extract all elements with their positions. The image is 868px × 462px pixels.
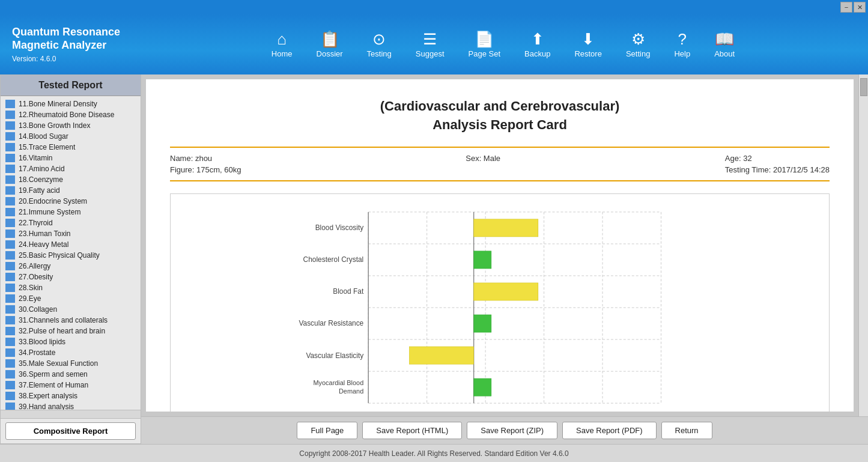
sidebar-item[interactable]: 37.Element of Human [1,380,141,391]
sidebar-item[interactable]: 14.Blood Sugar [1,131,141,142]
sidebar-item[interactable]: 28.Skin [1,282,141,293]
sidebar-item[interactable]: 38.Expert analysis [1,391,141,401]
sidebar-item[interactable]: 15.Trace Element [1,142,141,153]
right-scrollbar[interactable] [858,74,868,416]
sidebar-item[interactable]: 23.Human Toxin [1,228,141,239]
close-button[interactable]: ✕ [854,2,866,13]
patient-sex: Sex: Male [466,154,500,163]
sidebar-hscroll[interactable] [1,410,141,418]
app-title: Quantum Resonance Magnetic Analyzer [12,26,138,52]
sidebar-item[interactable]: 18.Coenzyme [1,174,141,185]
sidebar-item[interactable]: 29.Eye [1,293,141,304]
save-pdf-button[interactable]: Save Report (PDF) [562,422,657,439]
setting-icon: ⚙ [631,31,645,47]
sidebar-list[interactable]: 11.Bone Mineral Density12.Rheumatoid Bon… [1,96,141,410]
app-version: Version: 4.6.0 [12,55,138,63]
backup-label: Backup [524,49,550,58]
sidebar-item[interactable]: 26.Allergy [1,261,141,272]
backup-icon: ⬆ [531,31,544,47]
sidebar-item[interactable]: 20.Endocrine System [1,196,141,207]
sidebar-item[interactable]: 32.Pulse of heart and brain [1,326,141,336]
home-icon: ⌂ [277,31,287,47]
sidebar-item-icon [5,284,15,292]
sidebar-item[interactable]: 24.Heavy Metal [1,239,141,250]
sidebar-item[interactable]: 11.Bone Mineral Density [1,99,141,109]
sidebar-item[interactable]: 36.Sperm and semen [1,369,141,380]
patient-info: Name: zhou Figure: 175cm, 60kg Sex: Male… [170,147,830,181]
sidebar-item[interactable]: 21.Immune System [1,207,141,217]
sidebar-item[interactable]: 16.Vitamin [1,153,141,163]
sidebar-item-label: 34.Prostate [19,348,55,357]
svg-rect-17 [474,282,538,300]
svg-text:Cholesterol Crystal: Cholesterol Crystal [303,255,364,264]
pageset-icon: 📄 [475,31,494,47]
sidebar-item[interactable]: 25.Basic Physical Quality [1,250,141,261]
nav-item-setting[interactable]: ⚙Setting [616,28,660,62]
home-label: Home [272,49,293,58]
minimize-button[interactable]: − [840,2,852,13]
sidebar-item-label: 23.Human Toxin [19,229,71,238]
sidebar-item[interactable]: 33.Blood lipids [1,336,141,347]
sidebar-item-icon [5,219,15,227]
sidebar-item-label: 21.Immune System [19,208,80,216]
sidebar-item[interactable]: 19.Fatty acid [1,185,141,196]
dossier-label: Dossier [317,49,343,58]
sidebar-item-label: 17.Amino Acid [19,165,65,173]
sidebar-item-label: 13.Bone Growth Index [19,121,90,130]
sidebar-item[interactable]: 35.Male Sexual Function [1,358,141,369]
sidebar-item-icon [5,121,15,130]
svg-text:Blood Viscosity: Blood Viscosity [315,223,364,232]
help-label: Help [674,49,690,58]
sidebar-item[interactable]: 39.Hand analysis [1,401,141,410]
sidebar-item-label: 26.Allergy [19,262,50,270]
nav-item-restore[interactable]: ⬇Restore [565,28,612,62]
sidebar-item-icon [5,359,15,368]
svg-text:Demand: Demand [339,387,363,394]
patient-name: Name: zhou [170,154,241,163]
compositive-report-button[interactable]: Compositive Report [5,422,136,440]
app-brand: Quantum Resonance Magnetic Analyzer Vers… [0,26,138,62]
full-page-button[interactable]: Full Page [297,422,357,439]
nav-item-suggest[interactable]: ☰Suggest [406,28,454,62]
sidebar-item[interactable]: 13.Bone Growth Index [1,120,141,131]
sidebar-item-icon [5,251,15,260]
sidebar-item[interactable]: 27.Obesity [1,272,141,282]
sidebar-item-label: 28.Skin [19,284,43,292]
save-html-button[interactable]: Save Report (HTML) [362,422,462,439]
nav-item-about[interactable]: 📖About [705,28,744,62]
sidebar-item[interactable]: 34.Prostate [1,347,141,358]
bottom-toolbar: Full Page Save Report (HTML) Save Report… [141,416,868,444]
nav-item-dossier[interactable]: 📋Dossier [307,28,353,62]
sidebar-item-label: 31.Channels and collaterals [19,316,108,324]
sidebar-item[interactable]: 31.Channels and collaterals [1,315,141,326]
sidebar-item-label: 30.Collagen [19,305,57,314]
content-area: (Cardiovascular and Cerebrovascular) Ana… [141,74,868,444]
sidebar-item-label: 39.Hand analysis [19,403,74,410]
sidebar-item-label: 38.Expert analysis [19,392,77,400]
sidebar-item-label: 27.Obesity [19,273,53,281]
sidebar-item[interactable]: 17.Amino Acid [1,163,141,174]
sidebar-item[interactable]: 12.Rheumatoid Bone Disease [1,109,141,120]
sidebar-item-icon [5,327,15,335]
sidebar-item[interactable]: 30.Collagen [1,304,141,315]
copyright-text: Copyright 2008-2017 Health Leader. All R… [299,449,568,458]
svg-text:Vascular Resistance: Vascular Resistance [299,319,363,327]
return-button[interactable]: Return [661,422,712,439]
sidebar-item-label: 18.Coenzyme [19,175,63,184]
about-icon: 📖 [715,31,734,47]
nav-item-backup[interactable]: ⬆Backup [515,28,560,62]
sidebar-item-label: 25.Basic Physical Quality [19,251,100,260]
save-zip-button[interactable]: Save Report (ZIP) [467,422,557,439]
svg-rect-19 [409,347,473,364]
sidebar-item-icon [5,197,15,205]
report-container: (Cardiovascular and Cerebrovascular) Ana… [141,74,868,416]
sidebar-header: Tested Report [1,75,141,96]
nav-item-pageset[interactable]: 📄Page Set [459,28,511,62]
sidebar-item-icon [5,132,15,141]
nav-item-home[interactable]: ⌂Home [262,28,302,62]
nav-item-testing[interactable]: ⊙Testing [357,28,401,62]
nav-item-help[interactable]: ?Help [664,28,700,62]
sidebar-item-label: 37.Element of Human [19,381,88,389]
sidebar-item-icon [5,294,15,303]
sidebar-item[interactable]: 22.Thyroid [1,217,141,228]
